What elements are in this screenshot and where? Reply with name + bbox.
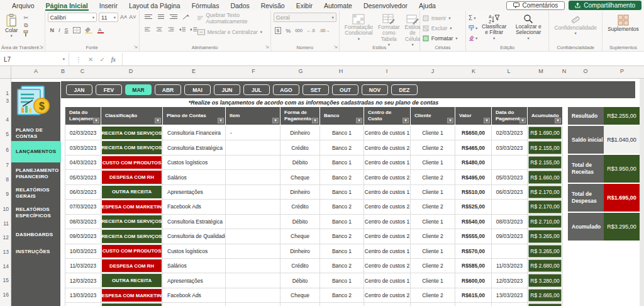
cell-value[interactable]: R$480,00 — [455, 156, 492, 170]
orientation-icon[interactable] — [182, 14, 190, 20]
align-center-icon[interactable] — [156, 26, 162, 33]
table-header-banco[interactable]: Banco▾ — [320, 107, 364, 126]
cell-date[interactable]: 05/03/2023 — [65, 170, 101, 184]
cell-cost-center[interactable]: Centro de custos 1 — [364, 244, 411, 259]
month-tab-mar[interactable]: MAR — [125, 84, 152, 95]
column-header-B[interactable]: B — [61, 68, 65, 74]
summary-value[interactable]: R$2.255,00 — [604, 107, 640, 125]
addins-button[interactable]: Suplementos — [605, 13, 641, 33]
bold-icon[interactable]: N — [50, 27, 55, 33]
cell-date[interactable]: 13/03/2023 — [65, 288, 101, 303]
cell-plan[interactable]: Consultoria Estratégica — [163, 215, 226, 229]
cell-client[interactable]: Cliente 1 — [411, 273, 455, 288]
alignment-dialog-launcher[interactable]: ⇲ — [265, 45, 269, 50]
cell-payment-date[interactable]: 03/03/2023 — [492, 140, 528, 155]
cell-classification[interactable]: CUSTO COM PRODUTOS — [101, 156, 163, 170]
cell-payment-method[interactable]: Dinheiro — [280, 244, 320, 259]
filter-dropdown-icon[interactable]: ▾ — [312, 118, 318, 123]
cancel-icon[interactable]: ✕ — [88, 56, 93, 63]
cell-payment-date[interactable]: 08/03/2023 — [492, 215, 528, 229]
cell-value[interactable]: R$495,00 — [455, 170, 492, 184]
menu-item-ajuda[interactable]: Ajuda — [413, 0, 441, 11]
summary-value[interactable]: R$1.695,00 — [604, 184, 640, 212]
cell-payment-date[interactable]: 11/03/2023 — [492, 259, 528, 273]
cell-cost-center[interactable]: Centro de custos 2 — [364, 140, 411, 155]
row-header-1[interactable]: 1 — [6, 90, 9, 96]
cell-payment-method[interactable]: Débito — [280, 215, 320, 229]
sidebar-item-plano-de-contas[interactable]: PLANO DE CONTAS — [11, 126, 65, 141]
cell-payment-date[interactable]: 09/03/2023 — [492, 229, 528, 244]
month-tab-jan[interactable]: JAN — [66, 84, 92, 95]
table-header-data-do-pagament[interactable]: Data do Pagament▾ — [492, 107, 528, 126]
align-middle-icon[interactable] — [157, 14, 165, 20]
name-box[interactable]: L7 ▾ — [0, 53, 69, 65]
number-format-select[interactable]: Geral▾ — [274, 13, 336, 22]
cell-payment-method[interactable]: Cheque — [280, 170, 320, 184]
menu-item-página-inicial[interactable]: Página Inicial — [40, 0, 94, 11]
cell-item[interactable] — [226, 273, 280, 288]
menu-item-exibir[interactable]: Exibir — [291, 0, 318, 11]
cell-value[interactable]: R$570,00 — [455, 244, 492, 259]
menu-item-automate[interactable]: Automate — [318, 0, 358, 11]
row-header-14[interactable]: 14 — [3, 263, 9, 269]
cell-client[interactable]: Cliente 1 — [411, 215, 455, 229]
cell-accumulated[interactable]: R$ 1.660,00 — [528, 170, 563, 184]
increase-indent-icon[interactable] — [191, 26, 197, 33]
cell-payment-date[interactable]: 13/03/2023 — [492, 288, 528, 303]
cell-classification[interactable]: DESPESA COM MARKETING — [101, 200, 163, 214]
fill-color-icon[interactable] — [85, 27, 92, 33]
cell-item[interactable] — [226, 170, 280, 184]
sidebar-item-relatórios-específicos[interactable]: RELATÓRIOS ESPECÍFICOS — [11, 203, 65, 223]
cell-plan[interactable]: Facebook Ads — [163, 288, 226, 303]
filter-dropdown-icon[interactable]: ▾ — [218, 118, 224, 123]
menu-item-inserir[interactable]: Inserir — [94, 0, 123, 11]
table-header-cliente[interactable]: Cliente▾ — [411, 107, 455, 126]
cell-bank[interactable]: Banco 1 — [320, 156, 364, 170]
fill-down-icon[interactable] — [469, 25, 474, 31]
cell-client[interactable]: Cliente 2 — [411, 288, 455, 303]
cell-classification[interactable]: RECEITA COM SERVIÇOS — [101, 126, 163, 140]
column-header-C[interactable]: C — [80, 68, 85, 74]
font-name-select[interactable]: Calibri▾ — [48, 13, 97, 22]
cell-value[interactable]: R$650,00 — [455, 126, 492, 140]
format-as-table-button[interactable]: Formatar como Tabela▾ — [375, 13, 402, 48]
column-header-L[interactable]: L — [507, 68, 510, 74]
menu-item-revisão[interactable]: Revisão — [255, 0, 291, 11]
menu-item-layout-da-página[interactable]: Layout da Página — [123, 0, 186, 11]
cell-client[interactable]: Cliente 1 — [411, 156, 455, 170]
filter-dropdown-icon[interactable]: ▾ — [155, 118, 161, 123]
cell-plan[interactable]: Consultoria Estratégica — [163, 140, 226, 155]
cell-accumulated[interactable]: R$ 2.155,00 — [528, 156, 563, 170]
sidebar-item-relatórios-gerais[interactable]: RELATÓRIOS GERAIS — [11, 186, 65, 201]
cell-plan[interactable] — [163, 303, 226, 306]
copy-icon[interactable]: ⧉ — [23, 22, 29, 29]
cell-cost-center[interactable]: Centro de custos 2 — [364, 259, 411, 273]
cell-payment-method[interactable]: Crédito — [280, 200, 320, 214]
cell-bank[interactable]: Banco 2 — [320, 200, 364, 214]
wrap-text-button[interactable]: Quebrar Texto Automaticamente — [206, 12, 268, 25]
sidebar-item-instruções[interactable]: INSTRUÇÕES — [11, 244, 65, 259]
cell-value[interactable]: R$465,00 — [455, 140, 492, 155]
cell-accumulated[interactable]: R$ 2.665,00 — [528, 288, 563, 303]
row-header-4[interactable]: 4 — [6, 116, 9, 123]
cell-accumulated[interactable] — [528, 303, 563, 306]
cell-accumulated[interactable]: R$ 2.155,00 — [528, 140, 563, 155]
sort-filter-button[interactable]: AZ Classificar e Filtrar▾ — [479, 13, 509, 42]
find-select-button[interactable]: Localizar e Selecionar▾ — [511, 13, 546, 42]
cell-payment-date[interactable] — [492, 244, 528, 259]
number-dialog-launcher[interactable]: ⇲ — [334, 45, 338, 50]
filter-dropdown-icon[interactable]: ▾ — [519, 118, 526, 123]
cell-plan[interactable]: Apresentações — [163, 185, 226, 200]
cell-classification[interactable]: DESPESA COM RH — [101, 259, 163, 273]
cell-bank[interactable]: Banco 1 — [320, 215, 364, 229]
align-bottom-icon[interactable] — [170, 14, 177, 20]
cell-accumulated[interactable]: R$ 1.690,00 — [528, 126, 563, 140]
column-header-J[interactable]: J — [431, 68, 435, 74]
cell-payment-method[interactable]: Dinheiro — [280, 185, 320, 200]
row-header-8[interactable]: 8 — [6, 176, 9, 183]
cell-date[interactable]: 11/03/2023 — [65, 259, 101, 273]
cell-client[interactable]: Cliente 2 — [411, 170, 455, 184]
month-tab-jun[interactable]: JUN — [214, 84, 240, 95]
month-tab-ago[interactable]: AGO — [273, 84, 299, 95]
cell-item[interactable] — [226, 303, 280, 306]
